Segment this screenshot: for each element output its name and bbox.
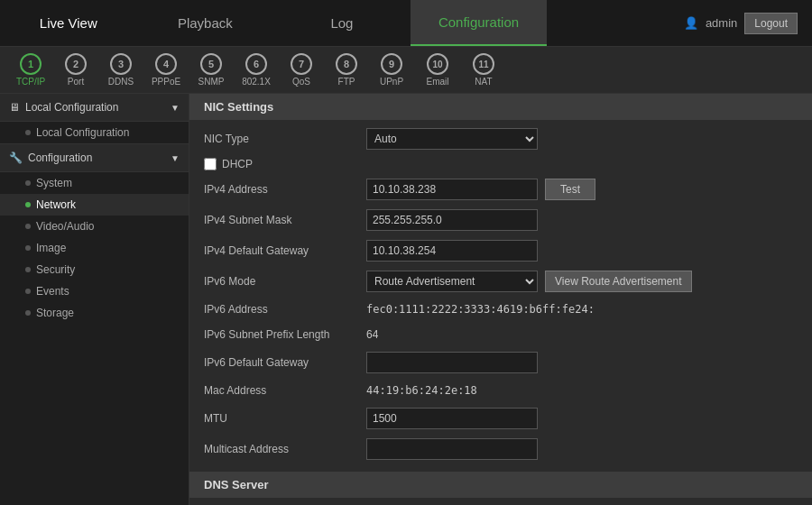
tab-email-label: Email xyxy=(426,77,448,87)
tab-nat-label: NAT xyxy=(475,77,492,87)
tab-ftp[interactable]: 8 FTP xyxy=(330,53,363,87)
dot-system xyxy=(25,180,31,186)
chevron-down-icon: ▼ xyxy=(171,103,180,113)
sidebar-item-system[interactable]: System xyxy=(0,172,189,194)
ipv4-subnet-input[interactable] xyxy=(366,209,538,231)
ipv6-mode-select[interactable]: Route Advertisement DHCP Manual xyxy=(366,271,538,292)
tab-port-label: Port xyxy=(68,77,84,87)
tab-nat[interactable]: 11 NAT xyxy=(467,53,500,87)
dot-network xyxy=(25,202,31,207)
tab-ftp-label: FTP xyxy=(338,77,355,87)
nic-type-select[interactable]: Auto 10M Half-dup 10M Full-dup 100M Half… xyxy=(366,128,538,150)
tab-tcpip-label: TCP/IP xyxy=(16,77,45,87)
sidebar-item-videoaudio[interactable]: Video/Audio xyxy=(0,216,189,237)
tab-port[interactable]: 2 Port xyxy=(60,53,92,87)
monitor-icon: 🖥 xyxy=(9,101,20,114)
ipv6-prefix-value: 64 xyxy=(366,328,378,341)
tab-ddns[interactable]: 3 DDNS xyxy=(105,53,137,87)
content-area: NIC Settings NIC Type Auto 10M Half-dup … xyxy=(189,94,812,505)
view-route-button[interactable]: View Route Advertisement xyxy=(545,271,692,292)
dot-events xyxy=(25,289,31,294)
nav-configuration[interactable]: Configuration xyxy=(411,0,548,46)
nav-log[interactable]: Log xyxy=(273,0,411,46)
tab-8021x[interactable]: 6 802.1X xyxy=(240,53,272,87)
test-button[interactable]: Test xyxy=(545,179,595,200)
sidebar-item-security[interactable]: Security xyxy=(0,259,189,280)
ipv4-address-input[interactable] xyxy=(366,179,538,200)
configuration-header-label: Configuration xyxy=(28,152,92,164)
tab-ddns-label: DDNS xyxy=(108,77,134,87)
dot-image xyxy=(25,245,31,251)
dot-security xyxy=(25,267,31,272)
dns-server-form: Preferred DNS Server Alternate DNS Serve… xyxy=(189,498,812,505)
sidebar-item-image[interactable]: Image xyxy=(0,237,189,259)
dot-videoaudio xyxy=(25,224,31,229)
ipv4-subnet-label: IPv4 Subnet Mask xyxy=(204,214,366,226)
nic-settings-header: NIC Settings xyxy=(189,94,812,120)
ipv4-address-label: IPv4 Address xyxy=(204,183,366,196)
dhcp-checkbox[interactable] xyxy=(204,158,217,170)
ipv6-prefix-label: IPv6 Subnet Prefix Length xyxy=(204,328,366,341)
dhcp-label: DHCP xyxy=(222,158,253,170)
sidebar-section-configuration: 🔧 Configuration ▼ System Network Video/A… xyxy=(0,143,189,324)
nic-settings-form: NIC Type Auto 10M Half-dup 10M Full-dup … xyxy=(189,120,812,468)
mtu-input[interactable] xyxy=(366,408,538,429)
sidebar-header-configuration[interactable]: 🔧 Configuration ▼ xyxy=(0,143,189,172)
sidebar-item-events[interactable]: Events xyxy=(0,280,189,302)
sidebar-section-local: 🖥 Local Configuration ▼ Local Configurat… xyxy=(0,94,189,143)
ipv4-gateway-input[interactable] xyxy=(366,240,538,262)
mac-address-label: Mac Address xyxy=(204,384,366,397)
sidebar: 🖥 Local Configuration ▼ Local Configurat… xyxy=(0,94,189,505)
tab-tcpip[interactable]: 1 TCP/IP xyxy=(14,53,47,87)
nic-type-label: NIC Type xyxy=(204,133,366,145)
multicast-label: Multicast Address xyxy=(204,443,366,455)
tab-pppoe-label: PPPoE xyxy=(152,77,180,87)
sidebar-item-local-config[interactable]: Local Configuration xyxy=(0,122,189,143)
tab-qos[interactable]: 7 QoS xyxy=(285,53,318,87)
tab-email[interactable]: 10 Email xyxy=(420,53,455,87)
ipv6-gateway-input[interactable] xyxy=(366,352,538,373)
dns-server-header: DNS Server xyxy=(189,472,812,498)
ipv6-address-label: IPv6 Address xyxy=(204,303,366,316)
sidebar-item-network[interactable]: Network xyxy=(0,194,189,216)
wrench-icon: 🔧 xyxy=(9,152,23,164)
mac-address-value: 44:19:b6:24:2e:18 xyxy=(366,384,477,397)
nav-live-view[interactable]: Live View xyxy=(0,0,137,46)
tab-snmp-label: SNMP xyxy=(198,77,225,87)
admin-label: admin xyxy=(706,16,737,30)
chevron-down-icon-config: ▼ xyxy=(171,153,180,163)
tab-snmp[interactable]: 5 SNMP xyxy=(195,53,227,87)
tab-pppoe[interactable]: 4 PPPoE xyxy=(150,53,182,87)
ipv4-gateway-label: IPv4 Default Gateway xyxy=(204,244,366,257)
admin-icon: 👤 xyxy=(684,16,698,30)
ipv6-address-value: fec0:1111:2222:3333:4619:b6ff:fe24: xyxy=(366,303,595,316)
tab-8021x-label: 802.1X xyxy=(242,77,271,87)
sidebar-header-local[interactable]: 🖥 Local Configuration ▼ xyxy=(0,94,189,122)
tab-upnp-label: UPnP xyxy=(380,77,403,87)
nav-playback[interactable]: Playback xyxy=(137,0,274,46)
ipv6-mode-label: IPv6 Mode xyxy=(204,275,366,288)
tab-qos-label: QoS xyxy=(292,77,310,87)
local-config-header-label: Local Configuration xyxy=(25,101,118,114)
sidebar-item-storage[interactable]: Storage xyxy=(0,302,189,324)
mtu-label: MTU xyxy=(204,412,366,425)
dot-storage xyxy=(25,310,31,316)
multicast-input[interactable] xyxy=(366,438,538,460)
ipv6-gateway-label: IPv6 Default Gateway xyxy=(204,356,366,369)
logout-button[interactable]: Logout xyxy=(744,13,798,34)
dot-icon xyxy=(25,130,31,135)
tab-upnp[interactable]: 9 UPnP xyxy=(375,53,408,87)
